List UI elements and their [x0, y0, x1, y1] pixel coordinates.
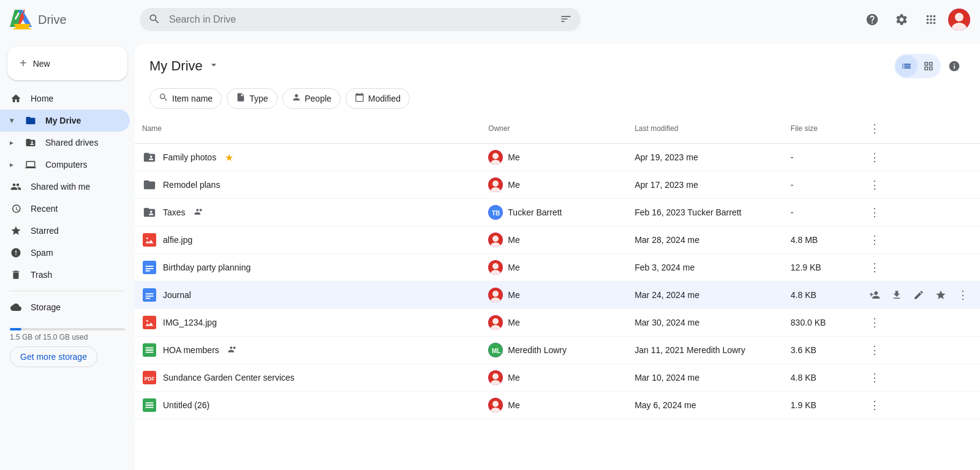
file-actions-cell: ⋮	[858, 282, 980, 309]
file-size-cell: -	[783, 171, 858, 199]
filter-modified[interactable]: Modified	[345, 88, 410, 109]
list-view-button[interactable]	[895, 55, 918, 77]
svg-text:TB: TB	[492, 210, 500, 217]
row-more-btn[interactable]: ⋮	[865, 175, 884, 195]
table-row[interactable]: Birthday party planning Me Feb 3, 2024 m…	[135, 254, 980, 282]
download-btn[interactable]	[887, 285, 907, 305]
file-name-cell: PDF Sundance Garden Center services	[135, 364, 481, 392]
filter-people-label: People	[305, 94, 332, 103]
row-more-btn[interactable]: ⋮	[865, 258, 884, 277]
row-more-btn[interactable]: ⋮	[865, 340, 884, 360]
modified-date: Apr 19, 2023 me	[635, 152, 698, 162]
help-button[interactable]	[860, 7, 884, 32]
table-header-more-btn[interactable]: ⋮	[865, 119, 884, 138]
drive-title-dropdown-btn[interactable]	[208, 59, 220, 74]
search-filter-icon[interactable]	[560, 13, 572, 27]
file-actions-cell: ⋮	[858, 309, 980, 337]
row-more-btn[interactable]: ⋮	[865, 203, 884, 222]
svg-text:PDF: PDF	[145, 376, 155, 382]
table-row[interactable]: Remodel plans Me Apr 17, 2023 me - ⋮	[135, 171, 980, 199]
new-button-label: New	[33, 59, 50, 69]
table-row[interactable]: Family photos ★ Me Apr 19, 2023 me - ⋮	[135, 144, 980, 171]
owner-name: Me	[508, 152, 519, 162]
file-name: IMG_1234.jpg	[163, 318, 217, 327]
col-header-actions[interactable]: ⋮	[858, 114, 980, 144]
row-more-btn[interactable]: ⋮	[953, 285, 973, 305]
file-actions-cell: ⋮	[858, 226, 980, 254]
filter-item-name[interactable]: Item name	[149, 88, 222, 109]
settings-button[interactable]	[889, 7, 914, 32]
modified-date: Mar 24, 2024 me	[635, 290, 699, 300]
file-owner-cell: ML Meredith Lowry	[481, 337, 627, 364]
sidebar-item-home[interactable]: Home	[0, 88, 130, 110]
grid-view-button[interactable]	[918, 55, 940, 77]
sidebar-item-trash[interactable]: Trash	[0, 264, 130, 286]
star-btn[interactable]	[931, 285, 951, 305]
row-more-btn[interactable]: ⋮	[865, 313, 884, 332]
info-button[interactable]	[943, 55, 965, 77]
table-row[interactable]: HOA members ML Meredith Lowry Jan 11, 20…	[135, 337, 980, 364]
starred-icon	[10, 225, 22, 237]
table-row[interactable]: PDF Sundance Garden Center services Me M…	[135, 364, 980, 392]
file-icon	[142, 315, 157, 330]
svg-point-17	[492, 181, 499, 187]
svg-rect-30	[143, 288, 156, 302]
col-header-owner[interactable]: Owner	[481, 114, 627, 144]
file-icon	[142, 398, 157, 412]
sidebar-item-label-home: Home	[31, 94, 53, 103]
filters-row: Item name Type People Modified	[135, 83, 980, 114]
file-name-cell: Journal	[135, 282, 481, 309]
user-avatar[interactable]	[948, 9, 970, 31]
row-more-btn[interactable]: ⋮	[865, 368, 884, 387]
file-size-cell: -	[783, 144, 858, 171]
new-button[interactable]: + New	[7, 47, 127, 80]
row-more-btn[interactable]: ⋮	[865, 230, 884, 250]
sidebar-item-spam[interactable]: Spam	[0, 242, 130, 264]
sidebar-item-recent[interactable]: Recent	[0, 198, 130, 220]
table-row[interactable]: IMG_1234.jpg Me Mar 30, 2024 me 830.0 KB…	[135, 309, 980, 337]
filter-people[interactable]: People	[282, 88, 341, 109]
row-more-btn[interactable]: ⋮	[865, 395, 884, 415]
sidebar: + New Home ▾ My Drive ▸ Shared drives ▸	[0, 39, 135, 470]
col-header-size[interactable]: File size	[783, 114, 858, 144]
search-input[interactable]	[140, 8, 581, 31]
sidebar-item-starred[interactable]: Starred	[0, 220, 130, 242]
owner-name: Me	[508, 400, 519, 410]
col-header-modified[interactable]: Last modified	[627, 114, 783, 144]
file-owner-cell: Me	[481, 144, 627, 171]
file-size-cell: 1.9 KB	[783, 392, 858, 419]
rename-btn[interactable]	[909, 285, 929, 305]
computers-expand-icon: ▸	[10, 160, 13, 169]
main-layout: + New Home ▾ My Drive ▸ Shared drives ▸	[0, 39, 980, 470]
file-modified-cell: Mar 28, 2024 me	[627, 226, 783, 254]
sidebar-item-label-recent: Recent	[31, 204, 58, 214]
search-bar	[140, 8, 581, 31]
content-area: My Drive	[135, 44, 980, 470]
owner-avatar	[488, 315, 503, 330]
get-more-storage-button[interactable]: Get more storage	[10, 346, 97, 367]
svg-point-24	[492, 236, 499, 242]
storage-bar-background	[10, 328, 125, 330]
filter-type[interactable]: Type	[227, 88, 277, 109]
add-people-btn[interactable]	[865, 285, 884, 305]
col-header-name[interactable]: Name	[135, 114, 481, 144]
sidebar-item-computers[interactable]: ▸ Computers	[0, 154, 130, 176]
table-row[interactable]: Journal Me Mar 24, 2024 me 4.8 KB	[135, 282, 980, 309]
apps-button[interactable]	[919, 7, 943, 32]
table-row[interactable]: Taxes TB Tucker Barrett Feb 16, 2023 Tuc…	[135, 199, 980, 226]
file-name: Sundance Garden Center services	[163, 373, 295, 382]
table-row[interactable]: alfie.jpg Me Mar 28, 2024 me 4.8 MB ⋮	[135, 226, 980, 254]
sidebar-item-storage[interactable]: Storage	[0, 296, 130, 318]
file-modified-cell: Jan 11, 2021 Meredith Lowry	[627, 337, 783, 364]
sidebar-item-label-computers: Computers	[45, 160, 87, 170]
row-more-btn[interactable]: ⋮	[865, 147, 884, 167]
sidebar-item-my-drive[interactable]: ▾ My Drive	[0, 110, 130, 132]
file-actions-cell: ⋮	[858, 364, 980, 392]
avatar-image	[948, 9, 970, 31]
file-size: -	[791, 152, 794, 162]
topbar: Drive	[0, 0, 980, 39]
table-row[interactable]: Untitled (26) Me May 6, 2024 me 1.9 KB ⋮	[135, 392, 980, 419]
sidebar-item-shared-drives[interactable]: ▸ Shared drives	[0, 132, 130, 154]
file-modified-cell: Apr 19, 2023 me	[627, 144, 783, 171]
sidebar-item-shared-with-me[interactable]: Shared with me	[0, 176, 130, 198]
